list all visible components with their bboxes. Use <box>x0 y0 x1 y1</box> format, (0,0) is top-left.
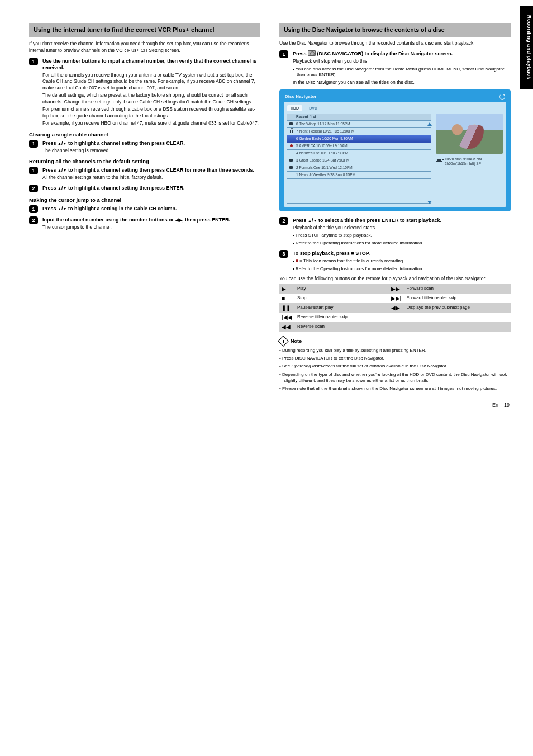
step-note: • = This icon means that the title is cu… <box>293 258 511 264</box>
new-icon <box>289 122 293 125</box>
step-detail: The default settings, which are preset a… <box>42 92 260 105</box>
key-label: Displays the previous/next page <box>404 303 511 313</box>
arrow-up-icon <box>308 218 312 223</box>
page-columns: Using the internal tuner to find the cor… <box>29 23 511 393</box>
step-note: • Refer to the Operating Instructions fo… <box>293 240 511 247</box>
note-list: During recording you can play a title by… <box>279 347 511 391</box>
step-detail: In the Disc Navigator you can see all th… <box>293 79 511 86</box>
list-item <box>287 185 431 191</box>
table-row: |◀◀ Reverse title/chapter skip <box>279 313 511 322</box>
note-item: Press DISC NAVIGATOR to exit the Disc Na… <box>279 355 511 361</box>
subheading: Clearing a single cable channel <box>29 131 260 138</box>
list-item[interactable]: 7 Night Hospital 10/21 Tue 10:00PM <box>287 128 431 135</box>
preview-meta: 10/20 Mon 9:30AM ch4 2h00m(1h15m left) S… <box>436 157 503 166</box>
step-number-badge: 2 <box>29 216 38 224</box>
arrow-down-icon <box>63 140 66 146</box>
step-number-badge: 2 <box>279 217 288 225</box>
arrow-left-icon <box>175 217 178 223</box>
skip-back-icon: |◀◀ <box>279 313 295 322</box>
key-label: Reverse title/chapter skip <box>295 313 381 322</box>
step-number-badge: 1 <box>29 140 38 148</box>
table-row: ▶ Play ▶▶ Forward scan <box>279 284 511 294</box>
dn-sort-label: Recent first <box>296 115 430 119</box>
disc-navigator-screen: Disc Navigator HDD DVD Recent first 8 Th… <box>279 89 511 211</box>
left-column: Using the internal tuner to find the cor… <box>29 23 260 393</box>
pause-icon: ❚❚ <box>279 303 295 313</box>
lock-icon <box>290 130 293 133</box>
step-text: Use the number buttons to input a channe… <box>42 58 260 127</box>
page-top-rule <box>29 17 511 17</box>
step-text: Input the channel number using the numbe… <box>42 216 260 231</box>
step-number-badge: 3 <box>279 250 288 258</box>
step-row: 2 Press / to highlight a channel setting… <box>29 185 260 192</box>
step-number-badge: 1 <box>29 205 38 213</box>
disc-navigator-icon <box>308 50 316 56</box>
key-label: Forward title/chapter skip <box>404 294 511 303</box>
step-detail: For example, if you receive HBO on chann… <box>42 120 260 126</box>
left-right-icon: ◀▶ <box>389 303 404 313</box>
list-item <box>287 191 431 197</box>
preview-thumbnail <box>436 114 503 154</box>
notes-heading-text: Note <box>291 338 302 344</box>
arrow-down-icon <box>63 167 66 173</box>
new-icon <box>289 159 293 162</box>
step-detail: Playback will stop when you do this. <box>293 58 511 64</box>
table-row: ◀◀ Reverse scan <box>279 322 511 332</box>
dn-tab-dvd[interactable]: DVD <box>306 105 321 111</box>
scroll-up-icon[interactable] <box>427 122 432 126</box>
arrow-up-icon <box>58 185 61 191</box>
dn-tab-hdd[interactable]: HDD <box>287 105 302 111</box>
step-number-badge: 1 <box>279 50 288 58</box>
refresh-icon <box>499 94 505 100</box>
list-item <box>287 179 431 185</box>
step-note: • You can also access the Disc Navigator… <box>293 67 511 79</box>
step-text: Press / to select a title then press ENT… <box>293 217 511 247</box>
list-item[interactable]: 5 AMERICA 10/15 Wed 9:15AM <box>287 143 431 150</box>
step-row: 1 Use the number buttons to input a chan… <box>29 58 260 127</box>
list-item-selected[interactable]: 6 Golden Eagle 10/20 Mon 9:30AM <box>287 135 431 143</box>
step-detail: For all the channels you receive through… <box>42 72 260 91</box>
list-item[interactable]: 2 Formula One 10/1 Wed 12:15PM <box>287 164 431 172</box>
step-note: • Press STOP anytime to stop playback. <box>293 233 511 239</box>
dn-preview-panel: 10/20 Mon 9:30AM ch4 2h00m(1h15m left) S… <box>436 114 503 166</box>
preview-meta-text: 10/20 Mon 9:30AM ch4 2h00m(1h15m left) S… <box>445 157 482 166</box>
list-item[interactable]: 8 The Wings 11/17 Mon 11:05PM <box>287 121 431 128</box>
dn-title-list[interactable]: Recent first 8 The Wings 11/17 Mon 11:05… <box>287 114 431 204</box>
dn-title: Disc Navigator <box>285 94 317 99</box>
step-text: Press (DISC NAVIGATOR) to display the Di… <box>293 50 511 86</box>
list-item[interactable]: 3 Great Escape 10/4 Sat 7:00PM <box>287 157 431 164</box>
dn-body: HDD DVD Recent first 8 The Wings 11/17 M… <box>284 102 506 207</box>
section-title: Using the internal tuner to find the cor… <box>29 23 260 37</box>
step-row: 2 Press / to select a title then press E… <box>279 217 511 247</box>
note-item: During recording you can play a title by… <box>279 347 511 353</box>
arrow-up-icon <box>58 140 61 146</box>
section-desc: If you don't receive the channel informa… <box>29 41 260 54</box>
arrow-right-icon <box>179 217 182 223</box>
dn-tabs: HDD DVD <box>287 105 503 111</box>
list-item[interactable]: 4 Nature's Life 10/9 Thu 7:30PM <box>287 150 431 157</box>
notes-heading: Note <box>279 337 511 345</box>
step-number-badge: 1 <box>29 58 38 65</box>
step-row: 2 Input the channel number using the num… <box>29 216 260 231</box>
key-label: Play <box>295 284 381 294</box>
new-icon <box>289 166 293 169</box>
page-language: En <box>492 402 498 408</box>
arrow-down-icon <box>63 206 66 211</box>
step-row: 1 Press / to highlight a channel setting… <box>29 140 260 154</box>
fast-forward-icon: ▶▶ <box>389 284 404 294</box>
dn-list-header: Recent first <box>287 114 431 121</box>
step-text: To stop playback, press ■ STOP. • = This… <box>293 250 511 272</box>
step-text: Press / to highlight a setting in the Ca… <box>42 205 260 212</box>
stop-icon: ■ <box>279 294 295 303</box>
key-label: Pause/restart play <box>295 303 381 313</box>
key-label: Reverse scan <box>295 322 381 332</box>
remain-icon <box>436 158 442 162</box>
step-detail: The channel setting is removed. <box>42 148 260 154</box>
step-row: 3 To stop playback, press ■ STOP. • = Th… <box>279 250 511 272</box>
dn-header: Disc Navigator <box>284 94 506 102</box>
arrow-down-icon <box>63 185 66 191</box>
table-row: ❚❚ Pause/restart play ◀▶ Displays the pr… <box>279 303 511 313</box>
list-item[interactable]: 1 News & Weather 9/28 Sun 8:15PM <box>287 172 431 179</box>
step-detail: All the channel settings return to the i… <box>42 174 260 181</box>
scroll-down-icon[interactable] <box>427 201 432 204</box>
